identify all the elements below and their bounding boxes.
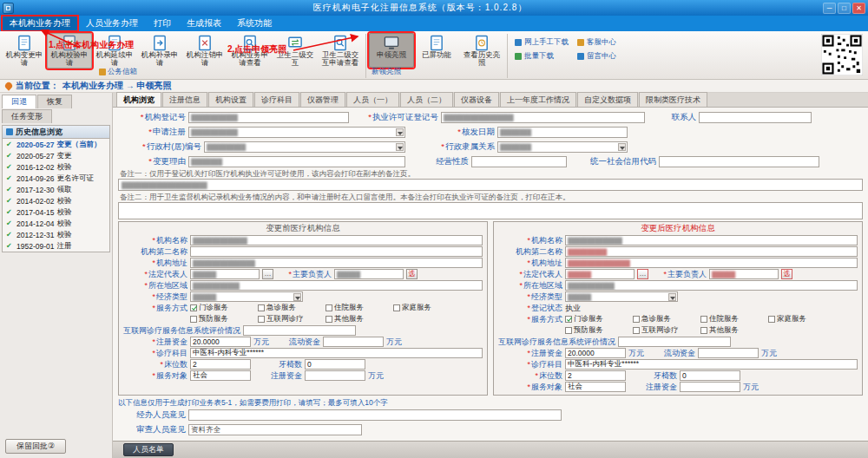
before-econ-select[interactable]: ██████	[190, 291, 303, 302]
checkbox-outpatient[interactable]: 门诊服务	[565, 314, 631, 324]
chevron-down-icon[interactable]	[618, 143, 626, 151]
tab-last-year-work[interactable]: 上一年度工作情况	[500, 92, 576, 107]
sidebar-tab-task[interactable]: 任务变形	[2, 109, 52, 123]
batch-download-button[interactable]: 批量下载	[515, 51, 569, 62]
history-item[interactable]: ✔2017-12-30领取	[3, 184, 109, 195]
contact-input[interactable]	[699, 112, 812, 123]
biz-nature-input[interactable]	[471, 156, 567, 167]
health-level2-exchange-view-button[interactable]: 卫生二级交互申请查看	[318, 33, 363, 69]
checkbox-internet[interactable]: 互联网诊疗	[258, 314, 324, 324]
institution-cancel-apply-button[interactable]: 机构注销申请	[182, 33, 227, 69]
tab-personnel-1[interactable]: 人员（一）	[346, 92, 399, 107]
new-license-link[interactable]: 新领亮照	[372, 67, 401, 77]
minimize-button[interactable]: ─	[823, 3, 836, 14]
history-item[interactable]: ✔2016-12-02校验	[3, 161, 109, 173]
checkbox-prevention[interactable]: 预防服务	[190, 314, 256, 324]
chevron-down-icon[interactable]	[668, 293, 676, 301]
affiliation-select[interactable]: ████████	[497, 141, 628, 153]
ellipsis-button[interactable]: …	[262, 269, 273, 279]
checkbox-other[interactable]: 其他服务	[326, 314, 391, 324]
before-name-input[interactable]: ██████████████	[190, 235, 483, 245]
before-principal-input[interactable]: ██████	[334, 269, 404, 279]
sidebar-tab-rollback[interactable]: 回退	[2, 95, 36, 108]
menu-item-generate-report[interactable]: 生成报表	[179, 16, 229, 31]
after-chairs-input[interactable]: 0	[680, 370, 740, 381]
before-capital-input[interactable]: 20.0000	[190, 337, 251, 347]
license-apply-button[interactable]: 申领亮照	[369, 33, 414, 68]
after-address-input[interactable]: ████████████████	[565, 258, 858, 268]
before-chairs-input[interactable]: 0	[305, 359, 365, 370]
after-second-name-input[interactable]: ██████████	[565, 246, 858, 257]
tab-personnel-2[interactable]: 人员（二）	[400, 92, 453, 107]
checkbox-inpatient[interactable]: 住院服务	[700, 314, 766, 324]
close-button[interactable]: ✕	[852, 3, 865, 14]
message-center-button[interactable]: 留言中心	[577, 51, 616, 62]
checkbox-prevention[interactable]: 预防服务	[565, 325, 631, 336]
after-beds-input[interactable]: 2	[565, 370, 626, 381]
history-item[interactable]: ✔2020-05-27变更	[3, 150, 109, 161]
reviewer-opinion-input[interactable]: 资料齐全	[188, 424, 362, 435]
after-internet-input[interactable]	[618, 337, 731, 347]
reason-input[interactable]: ████████	[188, 156, 405, 167]
checkbox-internet[interactable]: 互联网诊疗	[633, 325, 699, 336]
institution-supplement-apply-button[interactable]: 机构补录申请	[137, 33, 182, 69]
web-manual-download-button[interactable]: 网上手工下载	[515, 37, 569, 48]
before-capital2-input[interactable]	[305, 370, 365, 381]
checkbox-family[interactable]: 家庭服务	[768, 314, 834, 324]
official-mailbox-link[interactable]: 公务信箱	[99, 67, 137, 77]
credit-code-input[interactable]	[659, 156, 819, 167]
menu-item-print[interactable]: 打印	[146, 16, 179, 31]
district-select[interactable]: ██████████	[204, 141, 405, 153]
checkbox-emergency[interactable]: 急诊服务	[258, 303, 324, 313]
history-item[interactable]: ✔2017-04-15校验	[3, 206, 109, 218]
history-item[interactable]: ✔2012-12-31校验	[3, 229, 109, 240]
tab-registration-info[interactable]: 注册信息	[162, 92, 207, 107]
history-item[interactable]: ✔2014-02-02校验	[3, 195, 109, 206]
menu-item-personnel-business[interactable]: 人员业务办理	[78, 16, 146, 31]
tab-restricted-tech[interactable]: 限制类医疗技术	[639, 92, 707, 107]
history-item[interactable]: ✔1952-09-01注册	[3, 240, 109, 252]
reg-no-input[interactable]: ████████████	[188, 112, 349, 123]
history-item[interactable]: ✔2014-12-04校验	[3, 218, 109, 229]
tab-custom-data[interactable]: 自定义数据项	[577, 92, 638, 107]
pick-button[interactable]: 选	[781, 269, 792, 279]
history-item[interactable]: ✔2014-09-26更名许可证	[3, 173, 109, 184]
chevron-down-icon[interactable]	[396, 143, 404, 151]
chevron-down-icon[interactable]	[293, 293, 301, 301]
before-subjects-input[interactable]: 中医科-内科专业******	[190, 348, 483, 358]
maximize-button[interactable]: □	[838, 3, 851, 14]
after-target-input[interactable]: 社会	[565, 382, 626, 392]
before-region-input[interactable]: ████████████	[190, 280, 483, 291]
sidebar-tab-restore[interactable]: 恢复	[37, 95, 72, 108]
menu-item-system[interactable]: 系统功能	[229, 16, 279, 31]
people-list-button[interactable]: 人员名单	[123, 443, 174, 456]
checkbox-emergency[interactable]: 急诊服务	[633, 314, 699, 324]
after-liquid-input[interactable]	[698, 348, 759, 358]
operator-opinion-input[interactable]	[188, 409, 562, 421]
ellipsis-button[interactable]: …	[637, 269, 648, 279]
before-address-input[interactable]: ████████████████	[190, 258, 483, 268]
after-subjects-input[interactable]: 中医科-内科专业******	[565, 359, 858, 370]
before-second-name-input[interactable]	[190, 246, 483, 257]
checkbox-family[interactable]: 家庭服务	[393, 303, 459, 313]
after-name-input[interactable]: ██████████████	[565, 235, 858, 245]
checkbox-outpatient[interactable]: 门诊服务	[190, 303, 256, 313]
after-capital-input[interactable]: 20.0000	[565, 348, 626, 358]
after-legal-input[interactable]: ██████	[565, 269, 635, 279]
keep-receipt-button[interactable]: 保留回批②	[5, 439, 66, 454]
history-item[interactable]: ✔2020-05-27变更（当前）	[3, 139, 109, 150]
after-principal-input[interactable]: ██████	[709, 269, 779, 279]
before-liquid-input[interactable]	[323, 337, 384, 347]
history-license-view-button[interactable]: 查看历史亮照	[459, 33, 504, 69]
license-no-input[interactable]: ██████████████████	[441, 112, 645, 123]
pick-button[interactable]: 选	[406, 269, 418, 279]
tab-clinical-subjects[interactable]: 诊疗科目	[254, 92, 299, 107]
issue-date-input[interactable]: ████████	[497, 127, 628, 138]
tab-institution-view[interactable]: 机构浏览	[116, 92, 161, 107]
before-internet-input[interactable]	[243, 325, 356, 336]
before-legal-input[interactable]: ██████	[190, 269, 260, 279]
before-target-input[interactable]: 社会	[190, 370, 251, 381]
note2-textarea[interactable]	[118, 202, 863, 219]
tab-equipment[interactable]: 仪器设备	[454, 92, 499, 107]
chevron-down-icon[interactable]	[396, 128, 404, 136]
